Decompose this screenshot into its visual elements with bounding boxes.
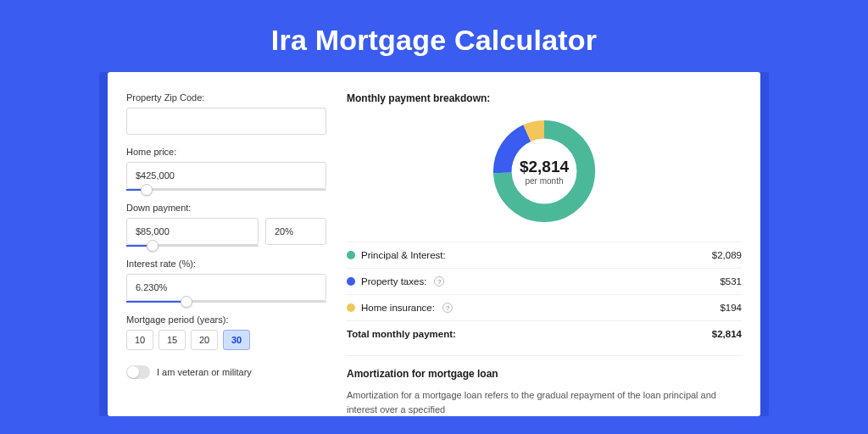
rate-group: Interest rate (%): <box>126 259 326 303</box>
period-group: Mortgage period (years): 10 15 20 30 <box>126 314 326 350</box>
donut-chart-wrap: $2,814 per month <box>347 116 742 226</box>
donut-center: $2,814 per month <box>489 116 599 226</box>
breakdown-title: Monthly payment breakdown: <box>347 92 742 104</box>
zip-label: Property Zip Code: <box>126 92 326 103</box>
period-options: 10 15 20 30 <box>126 330 326 350</box>
total-value: $2,814 <box>712 329 742 339</box>
rate-input[interactable] <box>126 274 326 301</box>
donut-chart: $2,814 per month <box>489 116 599 226</box>
veteran-toggle-row: I am veteran or military <box>126 365 326 379</box>
legend-row-principal: Principal & Interest: $2,089 <box>347 242 742 268</box>
breakdown-panel: Monthly payment breakdown: $2,814 per mo… <box>347 92 742 416</box>
down-payment-label: Down payment: <box>126 203 326 213</box>
donut-amount: $2,814 <box>520 158 569 176</box>
total-label: Total monthly payment: <box>347 329 456 339</box>
amortization-section: Amortization for mortgage loan Amortizat… <box>347 355 742 416</box>
help-icon[interactable]: ? <box>434 276 444 287</box>
legend-value: $2,089 <box>712 250 742 260</box>
rate-slider[interactable] <box>126 301 326 303</box>
card-shadow: Property Zip Code: Home price: Down paym… <box>99 72 769 416</box>
period-10-button[interactable]: 10 <box>126 330 153 350</box>
amortization-title: Amortization for mortgage loan <box>347 368 742 380</box>
rate-slider-fill <box>126 301 186 303</box>
home-price-slider[interactable] <box>126 189 326 191</box>
period-30-button[interactable]: 30 <box>223 330 250 350</box>
veteran-label: I am veteran or military <box>157 367 252 377</box>
legend-row-total: Total monthly payment: $2,814 <box>347 320 742 347</box>
home-price-group: Home price: <box>126 147 326 191</box>
donut-sub: per month <box>525 176 563 186</box>
dot-yellow-icon <box>347 303 355 312</box>
legend-value: $194 <box>720 303 742 313</box>
amortization-text: Amortization for a mortgage loan refers … <box>347 388 742 416</box>
page-title: Ira Mortgage Calculator <box>0 0 868 72</box>
period-15-button[interactable]: 15 <box>159 330 186 350</box>
legend: Principal & Interest: $2,089 Property ta… <box>347 242 742 347</box>
help-icon[interactable]: ? <box>442 303 453 313</box>
veteran-toggle[interactable] <box>126 365 150 379</box>
legend-label: Property taxes: <box>361 276 426 287</box>
down-percent-input[interactable] <box>265 218 326 245</box>
home-price-input[interactable] <box>126 162 326 189</box>
period-20-button[interactable]: 20 <box>191 330 218 350</box>
down-payment-slider[interactable] <box>126 245 259 247</box>
rate-label: Interest rate (%): <box>126 259 326 269</box>
zip-group: Property Zip Code: <box>126 92 326 135</box>
down-payment-group: Down payment: <box>126 203 326 247</box>
veteran-toggle-knob <box>127 366 139 378</box>
dot-green-icon <box>347 251 355 259</box>
home-price-slider-thumb[interactable] <box>141 184 153 196</box>
legend-row-taxes: Property taxes: ? $531 <box>347 268 742 294</box>
legend-row-insurance: Home insurance: ? $194 <box>347 294 742 320</box>
legend-label: Principal & Interest: <box>361 250 446 260</box>
calculator-card: Property Zip Code: Home price: Down paym… <box>108 72 760 416</box>
rate-slider-thumb[interactable] <box>181 296 192 308</box>
dot-blue-icon <box>347 277 355 286</box>
down-amount-input[interactable] <box>126 218 259 245</box>
period-label: Mortgage period (years): <box>126 314 326 325</box>
inputs-panel: Property Zip Code: Home price: Down paym… <box>126 92 326 416</box>
down-payment-slider-thumb[interactable] <box>147 240 159 252</box>
legend-value: $531 <box>720 276 742 287</box>
legend-label: Home insurance: <box>361 303 435 313</box>
home-price-label: Home price: <box>126 147 326 157</box>
zip-input[interactable] <box>126 108 326 135</box>
